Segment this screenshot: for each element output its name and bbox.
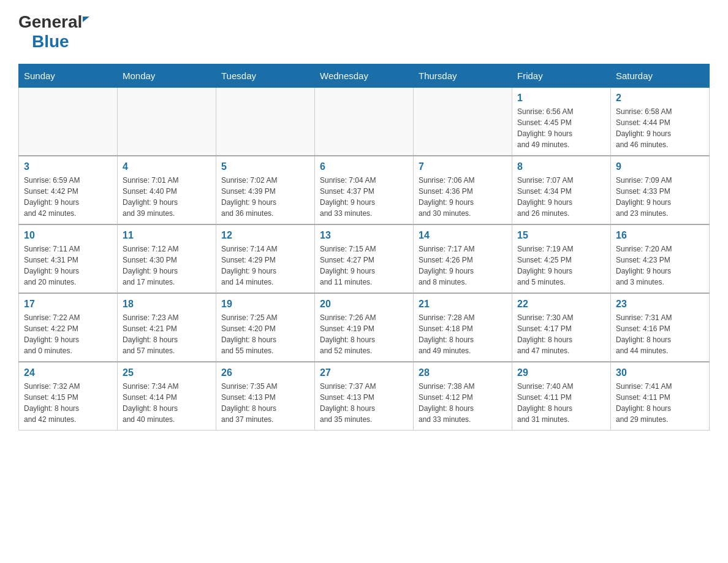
calendar-cell: 16Sunrise: 7:20 AM Sunset: 4:23 PM Dayli… [611,224,710,293]
day-number: 8 [517,161,605,172]
day-info: Sunrise: 7:02 AM Sunset: 4:39 PM Dayligh… [221,175,309,219]
day-info: Sunrise: 7:14 AM Sunset: 4:29 PM Dayligh… [221,243,309,288]
day-info: Sunrise: 7:37 AM Sunset: 4:13 PM Dayligh… [320,381,408,425]
day-number: 1 [517,93,605,104]
calendar-cell: 2Sunrise: 6:58 AM Sunset: 4:44 PM Daylig… [611,88,710,156]
calendar-cell: 9Sunrise: 7:09 AM Sunset: 4:33 PM Daylig… [611,156,710,224]
day-info: Sunrise: 7:09 AM Sunset: 4:33 PM Dayligh… [616,175,704,219]
day-number: 17 [24,299,112,310]
day-info: Sunrise: 7:17 AM Sunset: 4:26 PM Dayligh… [419,243,507,288]
calendar-cell: 4Sunrise: 7:01 AM Sunset: 4:40 PM Daylig… [118,156,216,224]
day-number: 5 [221,161,309,172]
day-info: Sunrise: 7:34 AM Sunset: 4:14 PM Dayligh… [123,381,211,425]
day-number: 22 [517,299,605,310]
calendar-cell: 30Sunrise: 7:41 AM Sunset: 4:11 PM Dayli… [611,362,710,431]
day-number: 2 [616,93,704,104]
weekday-header-tuesday: Tuesday [216,64,315,88]
day-info: Sunrise: 7:35 AM Sunset: 4:13 PM Dayligh… [221,381,309,425]
day-info: Sunrise: 7:20 AM Sunset: 4:23 PM Dayligh… [616,243,704,288]
day-number: 30 [616,367,704,378]
calendar-cell: 11Sunrise: 7:12 AM Sunset: 4:30 PM Dayli… [118,224,216,293]
day-number: 27 [320,367,408,378]
calendar-cell: 13Sunrise: 7:15 AM Sunset: 4:27 PM Dayli… [315,224,414,293]
day-number: 15 [517,230,605,241]
day-info: Sunrise: 7:15 AM Sunset: 4:27 PM Dayligh… [320,243,408,288]
day-number: 16 [616,230,704,241]
calendar-cell: 19Sunrise: 7:25 AM Sunset: 4:20 PM Dayli… [216,293,315,362]
calendar-cell [216,88,315,156]
day-info: Sunrise: 6:56 AM Sunset: 4:45 PM Dayligh… [517,106,605,150]
logo-general-text: General [18,12,82,31]
calendar-cell: 29Sunrise: 7:40 AM Sunset: 4:11 PM Dayli… [512,362,611,431]
day-info: Sunrise: 7:28 AM Sunset: 4:18 PM Dayligh… [419,312,507,356]
calendar-cell: 20Sunrise: 7:26 AM Sunset: 4:19 PM Dayli… [315,293,414,362]
day-number: 28 [419,367,507,378]
calendar-cell: 27Sunrise: 7:37 AM Sunset: 4:13 PM Dayli… [315,362,414,431]
day-number: 26 [221,367,309,378]
calendar-cell: 21Sunrise: 7:28 AM Sunset: 4:18 PM Dayli… [414,293,512,362]
calendar-row-3: 17Sunrise: 7:22 AM Sunset: 4:22 PM Dayli… [19,293,710,362]
day-number: 11 [123,230,211,241]
calendar-cell: 5Sunrise: 7:02 AM Sunset: 4:39 PM Daylig… [216,156,315,224]
calendar-cell: 26Sunrise: 7:35 AM Sunset: 4:13 PM Dayli… [216,362,315,431]
day-number: 10 [24,230,112,241]
calendar-cell [118,88,216,156]
calendar-row-2: 10Sunrise: 7:11 AM Sunset: 4:31 PM Dayli… [19,224,710,293]
day-info: Sunrise: 6:58 AM Sunset: 4:44 PM Dayligh… [616,106,704,150]
day-number: 21 [419,299,507,310]
logo: General Blue [18,12,89,52]
calendar-cell: 24Sunrise: 7:32 AM Sunset: 4:15 PM Dayli… [19,362,118,431]
calendar-cell: 15Sunrise: 7:19 AM Sunset: 4:25 PM Dayli… [512,224,611,293]
day-info: Sunrise: 7:04 AM Sunset: 4:37 PM Dayligh… [320,175,408,219]
day-number: 18 [123,299,211,310]
calendar-cell: 25Sunrise: 7:34 AM Sunset: 4:14 PM Dayli… [118,362,216,431]
day-info: Sunrise: 7:23 AM Sunset: 4:21 PM Dayligh… [123,312,211,356]
day-info: Sunrise: 7:31 AM Sunset: 4:16 PM Dayligh… [616,312,704,356]
weekday-header-monday: Monday [118,64,216,88]
logo-blue-text: Blue [18,32,69,51]
day-info: Sunrise: 7:41 AM Sunset: 4:11 PM Dayligh… [616,381,704,425]
weekday-header-thursday: Thursday [414,64,512,88]
calendar-cell: 3Sunrise: 6:59 AM Sunset: 4:42 PM Daylig… [19,156,118,224]
day-number: 9 [616,161,704,172]
calendar-row-0: 1Sunrise: 6:56 AM Sunset: 4:45 PM Daylig… [19,88,710,156]
day-info: Sunrise: 7:32 AM Sunset: 4:15 PM Dayligh… [24,381,112,425]
calendar-cell: 7Sunrise: 7:06 AM Sunset: 4:36 PM Daylig… [414,156,512,224]
weekday-header-wednesday: Wednesday [315,64,414,88]
calendar-cell: 17Sunrise: 7:22 AM Sunset: 4:22 PM Dayli… [19,293,118,362]
weekday-header-sunday: Sunday [19,64,118,88]
day-info: Sunrise: 7:06 AM Sunset: 4:36 PM Dayligh… [419,175,507,219]
weekday-header-friday: Friday [512,64,611,88]
calendar-cell [19,88,118,156]
calendar-cell: 23Sunrise: 7:31 AM Sunset: 4:16 PM Dayli… [611,293,710,362]
calendar-header-row: SundayMondayTuesdayWednesdayThursdayFrid… [19,64,710,88]
day-number: 23 [616,299,704,310]
calendar-cell [315,88,414,156]
day-info: Sunrise: 7:07 AM Sunset: 4:34 PM Dayligh… [517,175,605,219]
day-number: 29 [517,367,605,378]
calendar-cell: 28Sunrise: 7:38 AM Sunset: 4:12 PM Dayli… [414,362,512,431]
day-number: 6 [320,161,408,172]
day-info: Sunrise: 7:19 AM Sunset: 4:25 PM Dayligh… [517,243,605,288]
calendar-cell: 1Sunrise: 6:56 AM Sunset: 4:45 PM Daylig… [512,88,611,156]
calendar-row-4: 24Sunrise: 7:32 AM Sunset: 4:15 PM Dayli… [19,362,710,431]
day-number: 14 [419,230,507,241]
day-number: 3 [24,161,112,172]
calendar-cell: 8Sunrise: 7:07 AM Sunset: 4:34 PM Daylig… [512,156,611,224]
logo-arrow-icon [83,17,89,22]
calendar-table: SundayMondayTuesdayWednesdayThursdayFrid… [18,64,710,431]
calendar-row-1: 3Sunrise: 6:59 AM Sunset: 4:42 PM Daylig… [19,156,710,224]
calendar-cell: 12Sunrise: 7:14 AM Sunset: 4:29 PM Dayli… [216,224,315,293]
day-info: Sunrise: 7:25 AM Sunset: 4:20 PM Dayligh… [221,312,309,356]
day-number: 25 [123,367,211,378]
day-info: Sunrise: 7:12 AM Sunset: 4:30 PM Dayligh… [123,243,211,288]
day-number: 12 [221,230,309,241]
calendar-cell: 18Sunrise: 7:23 AM Sunset: 4:21 PM Dayli… [118,293,216,362]
day-number: 24 [24,367,112,378]
calendar-cell: 14Sunrise: 7:17 AM Sunset: 4:26 PM Dayli… [414,224,512,293]
calendar-cell: 22Sunrise: 7:30 AM Sunset: 4:17 PM Dayli… [512,293,611,362]
page-header: General Blue [18,12,710,52]
day-info: Sunrise: 6:59 AM Sunset: 4:42 PM Dayligh… [24,175,112,219]
day-info: Sunrise: 7:38 AM Sunset: 4:12 PM Dayligh… [419,381,507,425]
day-number: 7 [419,161,507,172]
